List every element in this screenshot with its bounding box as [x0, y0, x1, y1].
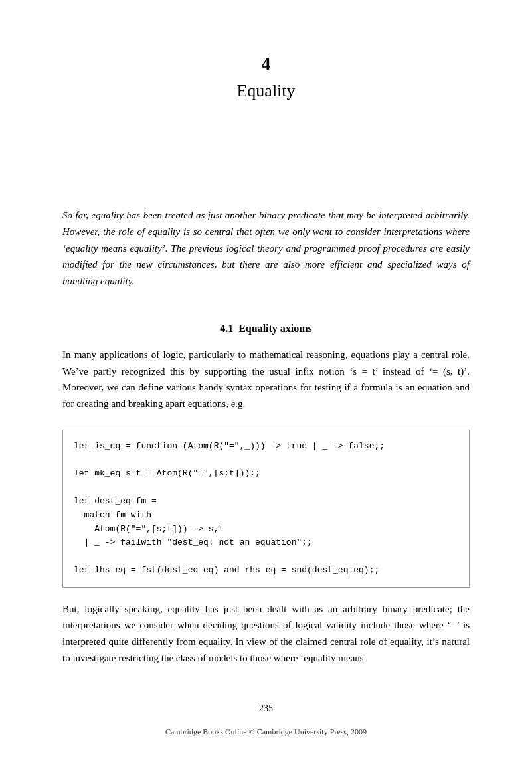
section-title: 4.1 Equality axioms	[62, 323, 470, 335]
chapter-number: 4	[62, 53, 470, 74]
page: 4 Equality So far, equality has been tre…	[0, 0, 532, 777]
section-body-1: In many applications of logic, particula…	[62, 347, 470, 412]
chapter-title: Equality	[62, 81, 470, 101]
section-number: 4.1	[220, 323, 233, 334]
intro-paragraph: So far, equality has been treated as jus…	[62, 207, 470, 290]
section-body-2: But, logically speaking, equality has ju…	[62, 601, 470, 667]
copyright-notice: Cambridge Books Online © Cambridge Unive…	[62, 727, 470, 737]
page-number: 235	[62, 703, 470, 714]
code-block: let is_eq = function (Atom(R("=",_))) ->…	[62, 430, 470, 588]
bottom-section: 235 Cambridge Books Online © Cambridge U…	[62, 703, 470, 737]
section-name: Equality axioms	[238, 323, 312, 334]
